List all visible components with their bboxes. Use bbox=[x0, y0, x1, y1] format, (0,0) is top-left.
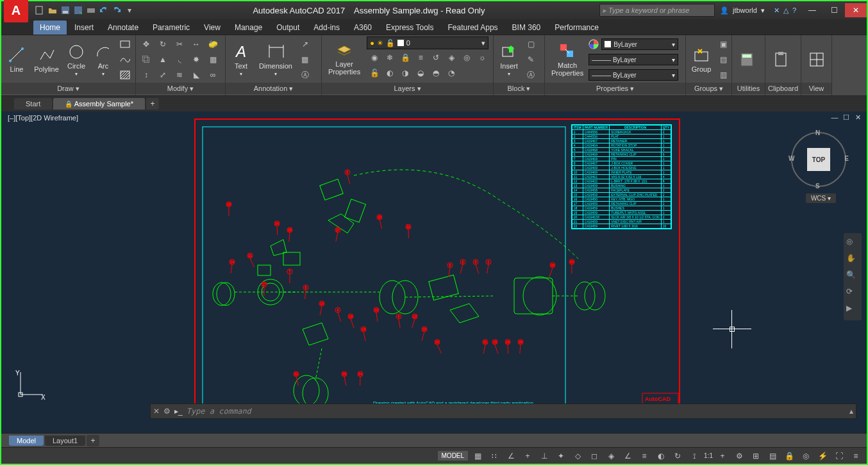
tab-view[interactable]: View bbox=[197, 20, 227, 35]
match-properties-button[interactable]: Match Properties bbox=[547, 41, 587, 78]
layer-freeze-icon[interactable]: ❄ bbox=[382, 51, 397, 65]
steering-wheel-icon[interactable]: ◎ bbox=[846, 237, 859, 250]
open-icon[interactable] bbox=[47, 5, 58, 15]
polar-icon[interactable]: ✦ bbox=[554, 450, 568, 462]
lockui-icon[interactable]: 🔒 bbox=[782, 450, 796, 462]
ungroup-icon[interactable]: ▣ bbox=[715, 37, 731, 51]
mirror-icon[interactable]: ▲ bbox=[155, 53, 171, 67]
panel-title-properties[interactable]: Properties ▾ bbox=[545, 83, 685, 94]
fillet-icon[interactable]: ◟ bbox=[172, 53, 187, 67]
qat-dropdown-icon[interactable]: ▾ bbox=[124, 5, 135, 15]
chamfer-icon[interactable]: ◣ bbox=[188, 68, 204, 82]
dimension-button[interactable]: Dimension▾ bbox=[255, 42, 296, 78]
cycling-icon[interactable]: ↻ bbox=[671, 450, 685, 462]
zoom-extents-icon[interactable]: 🔍 bbox=[846, 270, 859, 283]
vp-minimize-icon[interactable]: — bbox=[830, 113, 840, 122]
layer-del-icon[interactable]: ◓ bbox=[428, 66, 444, 80]
layer-thaw-icon[interactable]: ☼ bbox=[474, 51, 490, 65]
saveas-icon[interactable] bbox=[73, 5, 83, 15]
layer-match-icon[interactable]: ≡ bbox=[413, 51, 428, 65]
transparency-icon[interactable]: ◐ bbox=[654, 450, 668, 462]
otrack-icon[interactable]: ∠ bbox=[621, 450, 635, 462]
lineweight-combo[interactable]: ——— ByLayer▾ bbox=[588, 54, 678, 65]
leader-icon[interactable]: ↗ bbox=[297, 37, 313, 51]
tab-insert[interactable]: Insert bbox=[68, 20, 100, 35]
rotate-icon[interactable]: ↻ bbox=[155, 37, 171, 51]
spline-icon[interactable] bbox=[117, 53, 133, 67]
group-sel-icon[interactable]: ▥ bbox=[715, 68, 731, 82]
block-create-icon[interactable]: ▢ bbox=[523, 37, 538, 51]
linetype-combo[interactable]: ——— ByLayer▾ bbox=[588, 69, 678, 81]
tab-performance[interactable]: Performance bbox=[548, 20, 605, 35]
panel-title-layers[interactable]: Layers ▾ bbox=[322, 83, 493, 94]
add-tab-button[interactable]: + bbox=[146, 98, 159, 110]
copy-icon[interactable]: ⿻ bbox=[138, 53, 154, 67]
hardware-accel-icon[interactable]: ⚡ bbox=[815, 450, 830, 462]
panel-title-block[interactable]: Block ▾ bbox=[494, 83, 544, 94]
viewcube[interactable]: N E S W TOP bbox=[790, 131, 847, 188]
stretch-icon[interactable]: ↕ bbox=[138, 68, 154, 82]
rectangle-icon[interactable] bbox=[117, 37, 133, 51]
cmdline-customize-icon[interactable]: ⚙ bbox=[163, 407, 171, 416]
utilities-button[interactable] bbox=[735, 49, 760, 70]
erase-icon[interactable]: 🧽 bbox=[205, 37, 221, 51]
group-edit-icon[interactable]: ▤ bbox=[715, 53, 731, 67]
maximize-button[interactable]: ☐ bbox=[823, 3, 845, 17]
panel-title-groups[interactable]: Groups ▾ bbox=[686, 83, 731, 94]
circle-button[interactable]: Circle▾ bbox=[63, 42, 89, 78]
extend-icon[interactable]: ↔ bbox=[188, 37, 204, 51]
cleanscreen-icon[interactable]: ⛶ bbox=[832, 450, 846, 462]
panel-title-clipboard[interactable]: Clipboard bbox=[765, 83, 801, 94]
snap-icon[interactable]: ∷ bbox=[487, 450, 501, 462]
panel-title-annotation[interactable]: Annotation ▾ bbox=[226, 83, 321, 94]
tab-annotate[interactable]: Annotate bbox=[101, 20, 145, 35]
app-logo[interactable]: A bbox=[4, 0, 28, 22]
close-button[interactable]: ✕ bbox=[845, 3, 867, 17]
clipboard-button[interactable] bbox=[768, 49, 794, 70]
mtext-icon[interactable]: Ⓐ bbox=[297, 68, 313, 82]
anno-scale-value[interactable]: 1:1 bbox=[704, 452, 713, 459]
color-wheel-icon[interactable] bbox=[588, 39, 599, 49]
quickprops-icon[interactable]: ▤ bbox=[765, 450, 780, 462]
view-button[interactable] bbox=[804, 49, 830, 70]
a360-icon[interactable]: △ bbox=[783, 6, 789, 15]
offset-icon[interactable]: ≋ bbox=[172, 68, 187, 82]
workspace-icon[interactable]: ⚙ bbox=[732, 450, 746, 462]
layer-prev-icon[interactable]: ↺ bbox=[428, 51, 444, 65]
user-account[interactable]: 👤 jtbworld ▾ ✕ △ ? bbox=[715, 6, 801, 15]
dynamic-input-icon[interactable]: + bbox=[521, 450, 535, 462]
table-icon[interactable]: ▦ bbox=[297, 53, 313, 67]
annomonitor-icon[interactable]: + bbox=[715, 450, 730, 462]
text-button[interactable]: AText▾ bbox=[228, 42, 254, 78]
isolate-icon[interactable]: ◎ bbox=[799, 450, 813, 462]
hatch-icon[interactable] bbox=[117, 68, 133, 82]
infer-icon[interactable]: ∠ bbox=[504, 450, 518, 462]
help-icon[interactable]: ? bbox=[792, 6, 796, 14]
layer-change-icon[interactable]: ◔ bbox=[444, 66, 459, 80]
layer-combo[interactable]: ● ☀ 🔓 0 ▾ bbox=[367, 37, 488, 49]
insert-button[interactable]: Insert▾ bbox=[496, 42, 522, 78]
tab-express-tools[interactable]: Express Tools bbox=[380, 20, 440, 35]
3dosnap-icon[interactable]: ◈ bbox=[604, 450, 618, 462]
isodraft-icon[interactable]: ◇ bbox=[571, 450, 585, 462]
tab-parametric[interactable]: Parametric bbox=[146, 20, 196, 35]
block-attr-icon[interactable]: Ⓐ bbox=[523, 68, 538, 82]
block-edit-icon[interactable]: ✎ bbox=[523, 53, 538, 67]
ortho-icon[interactable]: ⊥ bbox=[537, 450, 551, 462]
tab-output[interactable]: Output bbox=[270, 20, 306, 35]
layer-state-icon[interactable]: ◑ bbox=[397, 66, 413, 80]
customize-icon[interactable]: ≡ bbox=[849, 450, 863, 462]
wcs-dropdown[interactable]: WCS ▾ bbox=[806, 193, 836, 203]
exchange-icon[interactable]: ✕ bbox=[774, 6, 780, 15]
scale-icon[interactable]: ⤢ bbox=[155, 68, 171, 82]
osnap-icon[interactable]: ◻ bbox=[587, 450, 601, 462]
group-button[interactable]: Group bbox=[689, 45, 714, 74]
save-icon[interactable] bbox=[60, 5, 71, 15]
layer-walk-icon[interactable]: ◐ bbox=[382, 66, 397, 80]
layer-lock-icon[interactable]: 🔒 bbox=[397, 51, 413, 65]
vp-close-icon[interactable]: ✕ bbox=[853, 113, 863, 122]
tab-home[interactable]: Home bbox=[33, 20, 67, 35]
layer-properties-button[interactable]: Layer Properties bbox=[324, 40, 364, 77]
search-input[interactable]: ▸ Type a keyword or phrase bbox=[599, 4, 715, 17]
layer-on-icon[interactable]: ◎ bbox=[459, 51, 474, 65]
